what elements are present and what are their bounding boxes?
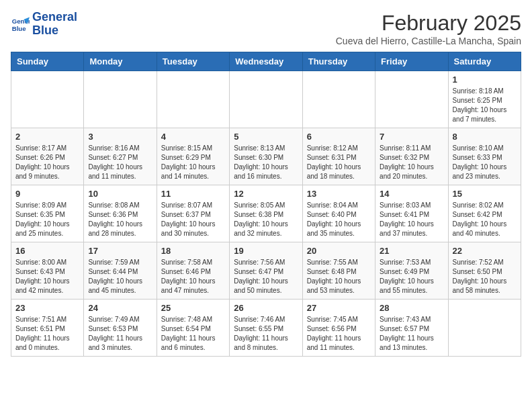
table-row: 5Sunrise: 8:13 AM Sunset: 6:30 PM Daylig…	[230, 128, 302, 185]
day-number: 9	[15, 189, 79, 199]
cell-info: Sunrise: 8:10 AM Sunset: 6:33 PM Dayligh…	[453, 144, 517, 181]
table-row: 15Sunrise: 8:02 AM Sunset: 6:42 PM Dayli…	[448, 185, 521, 242]
cell-info: Sunrise: 7:49 AM Sunset: 6:53 PM Dayligh…	[88, 315, 152, 353]
day-number: 16	[15, 246, 79, 256]
title-section: February 2025 Cueva del Hierro, Castille…	[336, 11, 521, 46]
calendar-table: Sunday Monday Tuesday Wednesday Thursday…	[11, 52, 521, 357]
table-row: 2Sunrise: 8:17 AM Sunset: 6:26 PM Daylig…	[11, 128, 84, 185]
cell-info: Sunrise: 7:59 AM Sunset: 6:44 PM Dayligh…	[88, 258, 152, 295]
cell-info: Sunrise: 7:56 AM Sunset: 6:47 PM Dayligh…	[234, 258, 298, 295]
day-number: 10	[88, 189, 152, 199]
day-number: 2	[15, 132, 79, 142]
cell-info: Sunrise: 7:45 AM Sunset: 6:56 PM Dayligh…	[307, 315, 371, 353]
cell-info: Sunrise: 8:08 AM Sunset: 6:36 PM Dayligh…	[88, 201, 152, 238]
day-number: 25	[161, 303, 225, 313]
cell-info: Sunrise: 8:03 AM Sunset: 6:41 PM Dayligh…	[380, 201, 443, 238]
table-row: 8Sunrise: 8:10 AM Sunset: 6:33 PM Daylig…	[448, 128, 521, 185]
table-row: 7Sunrise: 8:11 AM Sunset: 6:32 PM Daylig…	[375, 128, 448, 185]
table-row: 16Sunrise: 8:00 AM Sunset: 6:43 PM Dayli…	[11, 242, 84, 300]
day-number: 7	[380, 132, 443, 142]
svg-text:Blue: Blue	[12, 24, 26, 32]
calendar-header: Sunday Monday Tuesday Wednesday Thursday…	[11, 52, 521, 71]
table-row: 22Sunrise: 7:52 AM Sunset: 6:50 PM Dayli…	[448, 242, 521, 300]
header-sunday: Sunday	[11, 52, 84, 71]
calendar-week-2: 2Sunrise: 8:17 AM Sunset: 6:26 PM Daylig…	[11, 128, 521, 185]
day-number: 19	[234, 246, 298, 256]
day-number: 3	[88, 132, 152, 142]
header-tuesday: Tuesday	[157, 52, 229, 71]
day-number: 24	[88, 303, 152, 313]
cell-info: Sunrise: 8:17 AM Sunset: 6:26 PM Dayligh…	[15, 144, 79, 181]
table-row: 1Sunrise: 8:18 AM Sunset: 6:25 PM Daylig…	[448, 71, 521, 128]
cell-info: Sunrise: 8:04 AM Sunset: 6:40 PM Dayligh…	[307, 201, 371, 238]
cell-info: Sunrise: 8:11 AM Sunset: 6:32 PM Dayligh…	[380, 144, 443, 181]
weekday-header-row: Sunday Monday Tuesday Wednesday Thursday…	[11, 52, 521, 71]
table-row: 6Sunrise: 8:12 AM Sunset: 6:31 PM Daylig…	[302, 128, 375, 185]
cell-info: Sunrise: 7:55 AM Sunset: 6:48 PM Dayligh…	[307, 258, 371, 295]
day-number: 8	[453, 132, 517, 142]
table-row: 10Sunrise: 8:08 AM Sunset: 6:36 PM Dayli…	[84, 185, 157, 242]
cell-info: Sunrise: 8:09 AM Sunset: 6:35 PM Dayligh…	[15, 201, 79, 238]
cell-info: Sunrise: 8:18 AM Sunset: 6:25 PM Dayligh…	[453, 87, 517, 124]
table-row: 24Sunrise: 7:49 AM Sunset: 6:53 PM Dayli…	[84, 300, 157, 357]
day-number: 17	[88, 246, 152, 256]
day-number: 6	[307, 132, 371, 142]
logo-icon: General Blue	[11, 15, 30, 34]
cell-info: Sunrise: 8:15 AM Sunset: 6:29 PM Dayligh…	[161, 144, 225, 181]
table-row: 18Sunrise: 7:58 AM Sunset: 6:46 PM Dayli…	[157, 242, 229, 300]
cell-info: Sunrise: 8:07 AM Sunset: 6:37 PM Dayligh…	[161, 201, 225, 238]
table-row: 13Sunrise: 8:04 AM Sunset: 6:40 PM Dayli…	[302, 185, 375, 242]
cell-info: Sunrise: 8:05 AM Sunset: 6:38 PM Dayligh…	[234, 201, 298, 238]
day-number: 11	[161, 189, 225, 199]
table-row: 26Sunrise: 7:46 AM Sunset: 6:55 PM Dayli…	[230, 300, 302, 357]
cell-info: Sunrise: 8:16 AM Sunset: 6:27 PM Dayligh…	[88, 144, 152, 181]
table-row: 23Sunrise: 7:51 AM Sunset: 6:51 PM Dayli…	[11, 300, 84, 357]
day-number: 28	[380, 303, 443, 313]
logo-text: General Blue	[32, 11, 77, 38]
table-row: 12Sunrise: 8:05 AM Sunset: 6:38 PM Dayli…	[230, 185, 302, 242]
day-number: 21	[380, 246, 443, 256]
table-row	[11, 71, 84, 128]
cell-info: Sunrise: 7:48 AM Sunset: 6:54 PM Dayligh…	[161, 315, 225, 353]
day-number: 13	[307, 189, 371, 199]
cell-info: Sunrise: 7:53 AM Sunset: 6:49 PM Dayligh…	[380, 258, 443, 295]
day-number: 22	[453, 246, 517, 256]
calendar-week-4: 16Sunrise: 8:00 AM Sunset: 6:43 PM Dayli…	[11, 242, 521, 300]
table-row: 17Sunrise: 7:59 AM Sunset: 6:44 PM Dayli…	[84, 242, 157, 300]
calendar-week-3: 9Sunrise: 8:09 AM Sunset: 6:35 PM Daylig…	[11, 185, 521, 242]
table-row: 25Sunrise: 7:48 AM Sunset: 6:54 PM Dayli…	[157, 300, 229, 357]
calendar-week-1: 1Sunrise: 8:18 AM Sunset: 6:25 PM Daylig…	[11, 71, 521, 128]
cell-info: Sunrise: 8:13 AM Sunset: 6:30 PM Dayligh…	[234, 144, 298, 181]
day-number: 4	[161, 132, 225, 142]
table-row: 20Sunrise: 7:55 AM Sunset: 6:48 PM Dayli…	[302, 242, 375, 300]
header-monday: Monday	[84, 52, 157, 71]
table-row: 21Sunrise: 7:53 AM Sunset: 6:49 PM Dayli…	[375, 242, 448, 300]
month-title: February 2025	[336, 11, 521, 36]
day-number: 23	[15, 303, 79, 313]
day-number: 1	[453, 75, 517, 85]
day-number: 14	[380, 189, 443, 199]
day-number: 26	[234, 303, 298, 313]
table-row: 11Sunrise: 8:07 AM Sunset: 6:37 PM Dayli…	[157, 185, 229, 242]
header-thursday: Thursday	[302, 52, 375, 71]
table-row	[448, 300, 521, 357]
calendar-week-5: 23Sunrise: 7:51 AM Sunset: 6:51 PM Dayli…	[11, 300, 521, 357]
table-row	[302, 71, 375, 128]
logo: General Blue General Blue	[11, 11, 77, 38]
day-number: 27	[307, 303, 371, 313]
location: Cueva del Hierro, Castille-La Mancha, Sp…	[336, 36, 521, 46]
cell-info: Sunrise: 8:12 AM Sunset: 6:31 PM Dayligh…	[307, 144, 371, 181]
table-row: 27Sunrise: 7:45 AM Sunset: 6:56 PM Dayli…	[302, 300, 375, 357]
table-row: 19Sunrise: 7:56 AM Sunset: 6:47 PM Dayli…	[230, 242, 302, 300]
cell-info: Sunrise: 7:58 AM Sunset: 6:46 PM Dayligh…	[161, 258, 225, 295]
table-row: 9Sunrise: 8:09 AM Sunset: 6:35 PM Daylig…	[11, 185, 84, 242]
page-header: General Blue General Blue February 2025 …	[11, 11, 521, 46]
cell-info: Sunrise: 7:51 AM Sunset: 6:51 PM Dayligh…	[15, 315, 79, 353]
table-row: 14Sunrise: 8:03 AM Sunset: 6:41 PM Dayli…	[375, 185, 448, 242]
table-row	[84, 71, 157, 128]
day-number: 20	[307, 246, 371, 256]
day-number: 5	[234, 132, 298, 142]
day-number: 15	[453, 189, 517, 199]
table-row: 28Sunrise: 7:43 AM Sunset: 6:57 PM Dayli…	[375, 300, 448, 357]
calendar-body: 1Sunrise: 8:18 AM Sunset: 6:25 PM Daylig…	[11, 71, 521, 357]
